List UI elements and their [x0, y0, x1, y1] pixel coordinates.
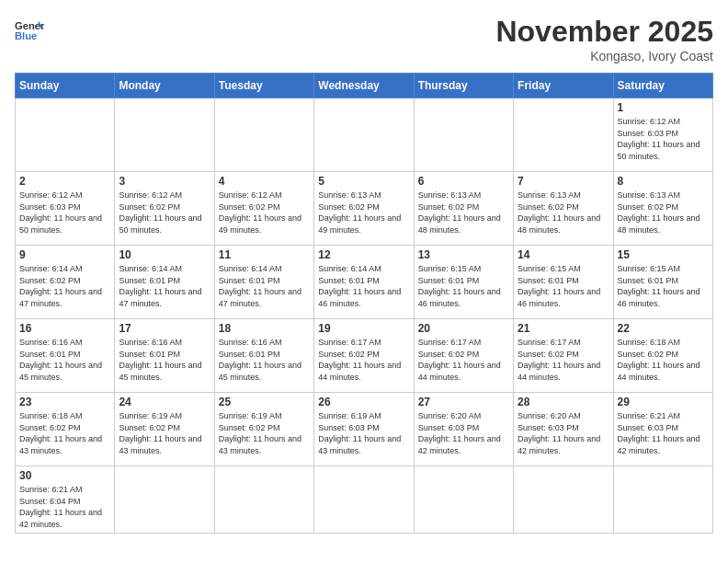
table-row: 17Sunrise: 6:16 AMSunset: 6:01 PMDayligh… — [115, 319, 214, 393]
header-wednesday: Wednesday — [314, 74, 414, 98]
calendar-row: 30Sunrise: 6:21 AMSunset: 6:04 PMDayligh… — [16, 466, 713, 534]
table-row — [214, 466, 313, 534]
table-row: 1Sunrise: 6:12 AMSunset: 6:03 PMDaylight… — [613, 98, 712, 172]
table-row: 10Sunrise: 6:14 AMSunset: 6:01 PMDayligh… — [115, 246, 214, 319]
day-number: 18 — [219, 322, 310, 335]
day-info: Sunrise: 6:14 AMSunset: 6:01 PMDaylight:… — [219, 263, 310, 309]
header-tuesday: Tuesday — [214, 74, 313, 98]
day-info: Sunrise: 6:13 AMSunset: 6:02 PMDaylight:… — [318, 190, 409, 236]
table-row: 15Sunrise: 6:15 AMSunset: 6:01 PMDayligh… — [613, 246, 712, 319]
page-header: General Blue November 2025 Kongaso, Ivor… — [15, 15, 713, 63]
table-row — [115, 466, 214, 534]
day-info: Sunrise: 6:16 AMSunset: 6:01 PMDaylight:… — [19, 337, 110, 383]
table-row: 20Sunrise: 6:17 AMSunset: 6:02 PMDayligh… — [414, 319, 513, 393]
day-info: Sunrise: 6:17 AMSunset: 6:02 PMDaylight:… — [418, 337, 509, 383]
day-info: Sunrise: 6:16 AMSunset: 6:01 PMDaylight:… — [119, 337, 210, 383]
table-row: 6Sunrise: 6:13 AMSunset: 6:02 PMDaylight… — [414, 172, 513, 246]
calendar-row: 2Sunrise: 6:12 AMSunset: 6:03 PMDaylight… — [16, 172, 713, 246]
day-info: Sunrise: 6:15 AMSunset: 6:01 PMDaylight:… — [618, 263, 709, 309]
table-row: 25Sunrise: 6:19 AMSunset: 6:02 PMDayligh… — [214, 393, 313, 466]
table-row — [514, 98, 613, 172]
day-number: 26 — [318, 396, 409, 408]
header-thursday: Thursday — [414, 74, 513, 98]
table-row — [514, 466, 613, 534]
day-info: Sunrise: 6:17 AMSunset: 6:02 PMDaylight:… — [518, 337, 609, 383]
day-info: Sunrise: 6:18 AMSunset: 6:02 PMDaylight:… — [19, 410, 110, 456]
calendar-row: 1Sunrise: 6:12 AMSunset: 6:03 PMDaylight… — [16, 98, 713, 172]
table-row: 14Sunrise: 6:15 AMSunset: 6:01 PMDayligh… — [514, 246, 613, 319]
day-number: 27 — [418, 396, 509, 408]
table-row: 2Sunrise: 6:12 AMSunset: 6:03 PMDaylight… — [16, 172, 115, 246]
day-number: 4 — [219, 175, 310, 188]
day-info: Sunrise: 6:12 AMSunset: 6:02 PMDaylight:… — [119, 190, 210, 236]
day-number: 29 — [618, 396, 709, 408]
day-number: 19 — [318, 322, 409, 335]
calendar-row: 23Sunrise: 6:18 AMSunset: 6:02 PMDayligh… — [16, 393, 713, 466]
table-row: 4Sunrise: 6:12 AMSunset: 6:02 PMDaylight… — [214, 172, 313, 246]
table-row: 13Sunrise: 6:15 AMSunset: 6:01 PMDayligh… — [414, 246, 513, 319]
table-row: 21Sunrise: 6:17 AMSunset: 6:02 PMDayligh… — [514, 319, 613, 393]
day-number: 2 — [19, 175, 110, 188]
day-number: 28 — [518, 396, 609, 408]
table-row: 3Sunrise: 6:12 AMSunset: 6:02 PMDaylight… — [115, 172, 214, 246]
day-number: 15 — [618, 248, 709, 261]
table-row: 30Sunrise: 6:21 AMSunset: 6:04 PMDayligh… — [16, 466, 115, 534]
calendar-subtitle: Kongaso, Ivory Coast — [495, 49, 713, 63]
day-info: Sunrise: 6:13 AMSunset: 6:02 PMDaylight:… — [418, 190, 509, 236]
table-row: 16Sunrise: 6:16 AMSunset: 6:01 PMDayligh… — [16, 319, 115, 393]
day-number: 5 — [318, 175, 409, 188]
title-block: November 2025 Kongaso, Ivory Coast — [495, 15, 713, 63]
svg-text:Blue: Blue — [15, 30, 37, 41]
day-number: 23 — [19, 396, 110, 408]
day-info: Sunrise: 6:15 AMSunset: 6:01 PMDaylight:… — [418, 263, 509, 309]
day-number: 3 — [119, 175, 210, 188]
day-number: 30 — [19, 469, 110, 482]
day-number: 12 — [318, 248, 409, 261]
day-number: 24 — [119, 396, 210, 408]
day-info: Sunrise: 6:14 AMSunset: 6:01 PMDaylight:… — [318, 263, 409, 309]
header-saturday: Saturday — [613, 74, 712, 98]
day-number: 6 — [418, 175, 509, 188]
day-number: 11 — [219, 248, 310, 261]
table-row — [115, 98, 214, 172]
table-row: 8Sunrise: 6:13 AMSunset: 6:02 PMDaylight… — [613, 172, 712, 246]
table-row — [16, 98, 115, 172]
day-info: Sunrise: 6:14 AMSunset: 6:01 PMDaylight:… — [119, 263, 210, 309]
table-row: 23Sunrise: 6:18 AMSunset: 6:02 PMDayligh… — [16, 393, 115, 466]
calendar-table: Sunday Monday Tuesday Wednesday Thursday… — [15, 73, 713, 534]
table-row — [314, 98, 414, 172]
table-row: 12Sunrise: 6:14 AMSunset: 6:01 PMDayligh… — [314, 246, 414, 319]
logo: General Blue — [15, 15, 44, 44]
header-friday: Friday — [514, 74, 613, 98]
logo-icon: General Blue — [15, 15, 44, 44]
table-row: 18Sunrise: 6:16 AMSunset: 6:01 PMDayligh… — [214, 319, 313, 393]
day-number: 10 — [119, 248, 210, 261]
day-info: Sunrise: 6:14 AMSunset: 6:02 PMDaylight:… — [19, 263, 110, 309]
calendar-row: 9Sunrise: 6:14 AMSunset: 6:02 PMDaylight… — [16, 246, 713, 319]
table-row: 7Sunrise: 6:13 AMSunset: 6:02 PMDaylight… — [514, 172, 613, 246]
table-row: 11Sunrise: 6:14 AMSunset: 6:01 PMDayligh… — [214, 246, 313, 319]
day-number: 9 — [19, 248, 110, 261]
table-row — [414, 98, 513, 172]
day-number: 16 — [19, 322, 110, 335]
weekday-header-row: Sunday Monday Tuesday Wednesday Thursday… — [16, 74, 713, 98]
day-info: Sunrise: 6:12 AMSunset: 6:03 PMDaylight:… — [618, 116, 709, 162]
day-number: 8 — [618, 175, 709, 188]
day-info: Sunrise: 6:21 AMSunset: 6:04 PMDaylight:… — [19, 484, 110, 530]
day-number: 20 — [418, 322, 509, 335]
day-number: 14 — [518, 248, 609, 261]
day-info: Sunrise: 6:21 AMSunset: 6:03 PMDaylight:… — [618, 410, 709, 456]
day-number: 13 — [418, 248, 509, 261]
day-number: 22 — [618, 322, 709, 335]
day-info: Sunrise: 6:18 AMSunset: 6:02 PMDaylight:… — [618, 337, 709, 383]
day-info: Sunrise: 6:19 AMSunset: 6:02 PMDaylight:… — [119, 410, 210, 456]
table-row — [613, 466, 712, 534]
day-number: 7 — [518, 175, 609, 188]
day-number: 25 — [219, 396, 310, 408]
day-info: Sunrise: 6:19 AMSunset: 6:02 PMDaylight:… — [219, 410, 310, 456]
header-monday: Monday — [115, 74, 214, 98]
day-info: Sunrise: 6:19 AMSunset: 6:03 PMDaylight:… — [318, 410, 409, 456]
header-sunday: Sunday — [16, 74, 115, 98]
table-row: 29Sunrise: 6:21 AMSunset: 6:03 PMDayligh… — [613, 393, 712, 466]
table-row — [214, 98, 313, 172]
